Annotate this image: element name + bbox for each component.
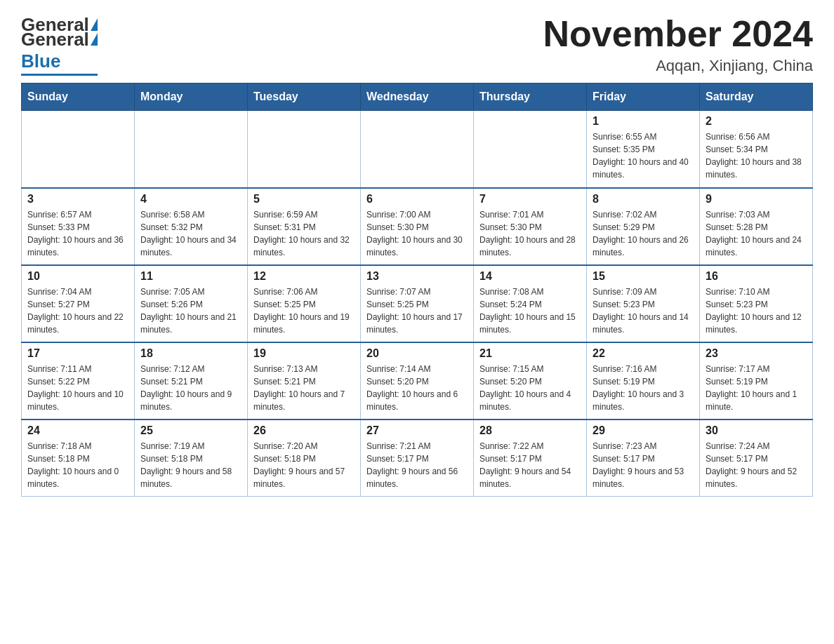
day-number: 22 — [593, 347, 694, 360]
logo-general-text2: General — [21, 29, 89, 51]
calendar-cell: 4Sunrise: 6:58 AM Sunset: 5:32 PM Daylig… — [135, 188, 248, 265]
calendar-cell — [361, 111, 474, 188]
day-number: 20 — [366, 347, 468, 360]
calendar-cell: 24Sunrise: 7:18 AM Sunset: 5:18 PM Dayli… — [22, 420, 135, 497]
day-number: 11 — [140, 270, 241, 283]
day-info: Sunrise: 7:12 AM Sunset: 5:21 PM Dayligh… — [140, 363, 241, 413]
calendar-cell: 18Sunrise: 7:12 AM Sunset: 5:21 PM Dayli… — [135, 342, 248, 420]
day-info: Sunrise: 6:57 AM Sunset: 5:33 PM Dayligh… — [27, 208, 128, 259]
day-info: Sunrise: 7:10 AM Sunset: 5:23 PM Dayligh… — [706, 286, 807, 336]
day-info: Sunrise: 7:22 AM Sunset: 5:17 PM Dayligh… — [479, 440, 581, 490]
calendar-cell: 30Sunrise: 7:24 AM Sunset: 5:17 PM Dayli… — [700, 420, 813, 497]
day-number: 28 — [479, 424, 581, 437]
day-number: 10 — [27, 270, 128, 283]
calendar-cell: 11Sunrise: 7:05 AM Sunset: 5:26 PM Dayli… — [135, 265, 248, 342]
day-info: Sunrise: 6:59 AM Sunset: 5:31 PM Dayligh… — [253, 208, 355, 259]
calendar-cell — [248, 111, 361, 188]
calendar-header-row: SundayMondayTuesdayWednesdayThursdayFrid… — [22, 83, 813, 111]
logo-underline — [21, 74, 98, 76]
calendar-cell: 17Sunrise: 7:11 AM Sunset: 5:22 PM Dayli… — [22, 342, 135, 420]
calendar-cell: 10Sunrise: 7:04 AM Sunset: 5:27 PM Dayli… — [22, 265, 135, 342]
day-info: Sunrise: 7:17 AM Sunset: 5:19 PM Dayligh… — [706, 363, 807, 413]
calendar-week-row: 1Sunrise: 6:55 AM Sunset: 5:35 PM Daylig… — [22, 111, 813, 188]
logo: General General Blue — [21, 14, 98, 76]
month-title: November 2024 — [543, 14, 813, 54]
day-number: 3 — [27, 193, 128, 206]
day-info: Sunrise: 7:24 AM Sunset: 5:17 PM Dayligh… — [706, 440, 807, 490]
day-info: Sunrise: 7:06 AM Sunset: 5:25 PM Dayligh… — [253, 286, 355, 336]
calendar-header-monday: Monday — [135, 83, 248, 111]
calendar-cell: 26Sunrise: 7:20 AM Sunset: 5:18 PM Dayli… — [248, 420, 361, 497]
day-number: 18 — [140, 347, 241, 360]
day-info: Sunrise: 6:56 AM Sunset: 5:34 PM Dayligh… — [706, 130, 807, 181]
calendar-cell: 16Sunrise: 7:10 AM Sunset: 5:23 PM Dayli… — [700, 265, 813, 342]
calendar-cell: 8Sunrise: 7:02 AM Sunset: 5:29 PM Daylig… — [587, 188, 700, 265]
day-number: 25 — [140, 424, 241, 437]
day-number: 26 — [253, 424, 355, 437]
calendar-cell — [135, 111, 248, 188]
day-number: 19 — [253, 347, 355, 360]
calendar-cell — [22, 111, 135, 188]
title-section: November 2024 Aqqan, Xinjiang, China — [543, 14, 813, 75]
day-info: Sunrise: 7:13 AM Sunset: 5:21 PM Dayligh… — [253, 363, 355, 413]
calendar-cell: 19Sunrise: 7:13 AM Sunset: 5:21 PM Dayli… — [248, 342, 361, 420]
calendar-cell: 27Sunrise: 7:21 AM Sunset: 5:17 PM Dayli… — [361, 420, 474, 497]
day-info: Sunrise: 7:08 AM Sunset: 5:24 PM Dayligh… — [479, 286, 581, 336]
logo-blue-text: Blue — [21, 51, 60, 72]
day-number: 16 — [706, 270, 807, 283]
calendar-cell: 28Sunrise: 7:22 AM Sunset: 5:17 PM Dayli… — [474, 420, 587, 497]
calendar-week-row: 10Sunrise: 7:04 AM Sunset: 5:27 PM Dayli… — [22, 265, 813, 342]
calendar-cell: 13Sunrise: 7:07 AM Sunset: 5:25 PM Dayli… — [361, 265, 474, 342]
day-number: 30 — [706, 424, 807, 437]
day-info: Sunrise: 7:00 AM Sunset: 5:30 PM Dayligh… — [366, 208, 468, 259]
day-info: Sunrise: 7:21 AM Sunset: 5:17 PM Dayligh… — [366, 440, 468, 490]
calendar-cell: 2Sunrise: 6:56 AM Sunset: 5:34 PM Daylig… — [700, 111, 813, 188]
calendar-cell: 15Sunrise: 7:09 AM Sunset: 5:23 PM Dayli… — [587, 265, 700, 342]
logo-arrow-icon — [91, 33, 98, 46]
calendar-cell: 6Sunrise: 7:00 AM Sunset: 5:30 PM Daylig… — [361, 188, 474, 265]
calendar-cell: 1Sunrise: 6:55 AM Sunset: 5:35 PM Daylig… — [587, 111, 700, 188]
day-info: Sunrise: 7:19 AM Sunset: 5:18 PM Dayligh… — [140, 440, 241, 490]
page-header: General General Blue November 2024 Aqqan… — [21, 14, 813, 76]
calendar-cell: 9Sunrise: 7:03 AM Sunset: 5:28 PM Daylig… — [700, 188, 813, 265]
day-number: 4 — [140, 193, 241, 206]
day-number: 29 — [593, 424, 694, 437]
day-info: Sunrise: 7:02 AM Sunset: 5:29 PM Dayligh… — [593, 208, 694, 259]
day-number: 17 — [27, 347, 128, 360]
day-info: Sunrise: 7:18 AM Sunset: 5:18 PM Dayligh… — [27, 440, 128, 490]
calendar-cell: 5Sunrise: 6:59 AM Sunset: 5:31 PM Daylig… — [248, 188, 361, 265]
calendar-cell: 21Sunrise: 7:15 AM Sunset: 5:20 PM Dayli… — [474, 342, 587, 420]
calendar-cell: 7Sunrise: 7:01 AM Sunset: 5:30 PM Daylig… — [474, 188, 587, 265]
day-number: 27 — [366, 424, 468, 437]
calendar-week-row: 24Sunrise: 7:18 AM Sunset: 5:18 PM Dayli… — [22, 420, 813, 497]
day-number: 1 — [593, 115, 694, 128]
day-info: Sunrise: 7:14 AM Sunset: 5:20 PM Dayligh… — [366, 363, 468, 413]
day-number: 6 — [366, 193, 468, 206]
day-info: Sunrise: 7:04 AM Sunset: 5:27 PM Dayligh… — [27, 286, 128, 336]
calendar-cell: 20Sunrise: 7:14 AM Sunset: 5:20 PM Dayli… — [361, 342, 474, 420]
day-info: Sunrise: 7:15 AM Sunset: 5:20 PM Dayligh… — [479, 363, 581, 413]
calendar-header-tuesday: Tuesday — [248, 83, 361, 111]
calendar-header-thursday: Thursday — [474, 83, 587, 111]
day-info: Sunrise: 7:11 AM Sunset: 5:22 PM Dayligh… — [27, 363, 128, 413]
day-number: 2 — [706, 115, 807, 128]
calendar-cell: 23Sunrise: 7:17 AM Sunset: 5:19 PM Dayli… — [700, 342, 813, 420]
day-number: 12 — [253, 270, 355, 283]
day-number: 9 — [706, 193, 807, 206]
day-number: 14 — [479, 270, 581, 283]
calendar-cell: 22Sunrise: 7:16 AM Sunset: 5:19 PM Dayli… — [587, 342, 700, 420]
calendar-cell: 3Sunrise: 6:57 AM Sunset: 5:33 PM Daylig… — [22, 188, 135, 265]
day-info: Sunrise: 7:05 AM Sunset: 5:26 PM Dayligh… — [140, 286, 241, 336]
day-info: Sunrise: 7:07 AM Sunset: 5:25 PM Dayligh… — [366, 286, 468, 336]
calendar-table: SundayMondayTuesdayWednesdayThursdayFrid… — [21, 83, 813, 497]
calendar-header-sunday: Sunday — [22, 83, 135, 111]
calendar-header-wednesday: Wednesday — [361, 83, 474, 111]
calendar-cell: 14Sunrise: 7:08 AM Sunset: 5:24 PM Dayli… — [474, 265, 587, 342]
day-info: Sunrise: 7:01 AM Sunset: 5:30 PM Dayligh… — [479, 208, 581, 259]
calendar-cell: 29Sunrise: 7:23 AM Sunset: 5:17 PM Dayli… — [587, 420, 700, 497]
day-number: 15 — [593, 270, 694, 283]
calendar-header-friday: Friday — [587, 83, 700, 111]
calendar-cell: 12Sunrise: 7:06 AM Sunset: 5:25 PM Dayli… — [248, 265, 361, 342]
calendar-cell — [474, 111, 587, 188]
calendar-cell: 25Sunrise: 7:19 AM Sunset: 5:18 PM Dayli… — [135, 420, 248, 497]
